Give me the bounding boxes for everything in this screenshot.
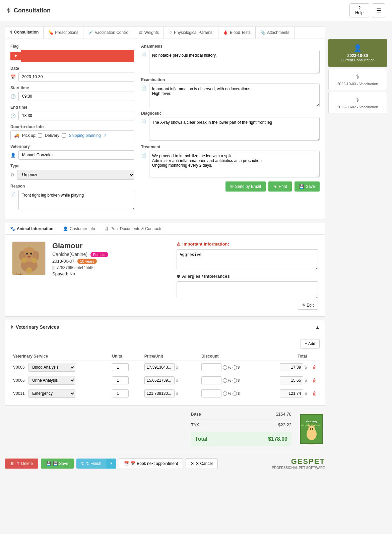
blood-tests-tab-icon: 🩸 — [223, 30, 228, 35]
finish-caret[interactable]: ▼ — [106, 459, 116, 469]
delivery-checkbox[interactable] — [62, 133, 66, 138]
menu-button[interactable]: ☰ — [372, 3, 385, 17]
end-time-field: End time 🕐 — [10, 105, 134, 120]
tab-customer-info[interactable]: 👤 Customer Info — [58, 223, 100, 234]
door-to-door-field: Door-to-door Info 🚚 Pick up: Delivery: — [10, 124, 134, 140]
delete-row-1[interactable]: 🗑 — [312, 365, 317, 370]
animal-spayed-row: Spayed: No — [52, 271, 170, 276]
units-input-2[interactable] — [112, 376, 129, 384]
service-select-1[interactable]: Blood Analysis Urine Analysis Emergency — [28, 363, 75, 372]
type-select[interactable]: Urgency Consultation Vaccination — [17, 170, 134, 180]
clock2-icon: 🕐 — [10, 113, 16, 118]
save-button[interactable]: 💾 💾 Save — [41, 459, 74, 469]
stethoscope-icon: ⚕ — [7, 6, 10, 14]
allergies-textarea[interactable] — [177, 281, 318, 298]
veterinary-input[interactable] — [18, 150, 134, 160]
diagnostic-textarea[interactable]: The X-ray shows a clear break in the low… — [149, 117, 320, 141]
examination-textarea[interactable]: Important inflammation is observed, with… — [149, 84, 320, 107]
col-service: Veterinary Service — [10, 352, 109, 361]
finish-button[interactable]: ↻ ↻ Finish — [76, 459, 106, 469]
animal-barcode: 77887666555445566 — [57, 265, 94, 270]
delete-button[interactable]: 🗑 🗑 Delete — [5, 459, 38, 469]
email-icon: ✉ — [230, 184, 234, 189]
edit-button[interactable]: ✎ Edit — [298, 301, 318, 310]
warning-icon: ⚠ — [177, 242, 181, 247]
tab-vaccination[interactable]: 💉 Vaccination Control — [83, 26, 134, 39]
tab-blood-tests[interactable]: 🩸 Blood Tests — [218, 26, 256, 39]
tab-animal-information[interactable]: 🐾 Animal Information — [5, 223, 58, 234]
anamnesis-textarea[interactable]: No notable previous medical history. — [149, 50, 320, 73]
services-header[interactable]: ⚕ Veterinary Services ▲ — [5, 320, 325, 334]
treatment-textarea[interactable]: We proceed to immobilize the leg with a … — [149, 151, 320, 177]
service-select-3[interactable]: Blood Analysis Urine Analysis Emergency — [28, 389, 75, 398]
treatment-field: Treatment 📄 We proceed to immobilize the… — [141, 145, 320, 177]
save-icon2: 💾 — [46, 461, 51, 466]
medical-action-buttons: ✉ Send by Email 🖨 Print 💾 Save — [141, 181, 320, 192]
important-info-textarea[interactable]: Aggresive — [177, 249, 318, 269]
tab-weights[interactable]: ⚖ Weights — [134, 26, 164, 39]
diagnostic-field: Diagnostic 📄 The X-ray shows a clear bre… — [141, 111, 320, 141]
tax-value: $23.22 — [278, 422, 291, 427]
add-service-button[interactable]: + Add — [301, 339, 320, 349]
external-link-icon: ↗ — [104, 133, 107, 138]
save-icon: 💾 — [299, 184, 304, 189]
type-label: Type — [10, 164, 134, 168]
sidebar-item-2[interactable]: ⚕ 2022-03-02 - Vaccination — [328, 92, 387, 113]
pickup-checkbox[interactable] — [38, 133, 42, 138]
price-input-1[interactable] — [144, 363, 175, 371]
units-input-3[interactable] — [112, 389, 129, 397]
delete-row-3[interactable]: 🗑 — [312, 391, 317, 396]
user-icon: 👤 — [10, 153, 16, 158]
anamnesis-icon: 📄 — [141, 50, 146, 73]
book-appointment-button[interactable]: 📅 📅 Book next appointment — [119, 458, 183, 469]
discount-dollar-radio-1[interactable] — [233, 365, 237, 370]
print-button[interactable]: 🖨 Print — [268, 181, 292, 192]
discount-dollar-radio-2[interactable] — [233, 378, 237, 383]
gespet-logo: GESPET PROFESSIONAL PET SOFTWARE — [272, 457, 325, 470]
total-currency-3: $ — [305, 391, 307, 396]
help-label: Help — [355, 10, 364, 15]
reason-textarea[interactable]: Front right leg broken while playing — [18, 190, 134, 210]
help-button[interactable]: ? Help — [349, 3, 369, 17]
service-select-2[interactable]: Blood Analysis Urine Analysis Emergency — [28, 376, 75, 385]
tab-consultation[interactable]: ⚕ Consultation — [5, 26, 44, 39]
discount-input-2[interactable] — [201, 376, 221, 384]
tab-prescriptions[interactable]: 💊 Prescriptions — [44, 26, 83, 39]
total-input-3 — [280, 389, 303, 397]
total-row: Total $178.00 — [191, 432, 291, 446]
examination-icon: 📄 — [141, 84, 146, 107]
app-title: Consultation — [14, 7, 51, 14]
cancel-button[interactable]: ✕ ✕ Cancel — [186, 458, 218, 469]
discount-pct-radio-2[interactable] — [223, 378, 227, 383]
veterinary-field: Veterinary 👤 — [10, 144, 134, 160]
delete-row-2[interactable]: 🗑 — [312, 378, 317, 383]
tab-print-documents[interactable]: 🖨 Print Documents & Contracts — [100, 223, 168, 234]
tab-physiological[interactable]: ♡ Physiological Params. — [164, 26, 218, 39]
total-currency-1: $ — [305, 365, 307, 370]
discount-dollar-radio-3[interactable] — [233, 391, 237, 396]
units-input-1[interactable] — [112, 363, 129, 371]
shipping-planning-link[interactable]: Shipping planning — [69, 133, 101, 138]
date-input[interactable] — [18, 72, 134, 82]
price-input-2[interactable] — [144, 376, 175, 384]
discount-input-3[interactable] — [201, 389, 221, 397]
send-email-button[interactable]: ✉ Send by Email — [225, 181, 266, 192]
start-time-input[interactable] — [18, 92, 134, 101]
treatment-icon: 📄 — [141, 151, 146, 177]
bottom-actions: 🗑 🗑 Delete 💾 💾 Save ↻ ↻ Finish ▼ 📅 — [5, 452, 325, 475]
discount-pct-radio-1[interactable] — [223, 365, 227, 370]
price-input-3[interactable] — [144, 389, 175, 397]
tab-attachments[interactable]: 📎 Attachments — [256, 26, 295, 39]
sidebar-current[interactable]: 👤 2023-10-30 Current Consultation — [328, 39, 387, 67]
services-table: Veterinary Service Units Price/Unit Disc… — [10, 352, 320, 400]
finish-icon: ↻ — [81, 461, 84, 466]
discount-pct-radio-3[interactable] — [223, 391, 227, 396]
animal-details: Glamour Caniche(Canine) Female 2013-06-0… — [52, 242, 170, 310]
flag-dropdown-button[interactable]: ▼ — [10, 52, 21, 60]
total-input-1 — [280, 363, 303, 371]
sidebar-item-1[interactable]: ⚕ 2022-10-03 - Vaccination — [328, 69, 387, 90]
attachments-tab-icon: 📎 — [260, 30, 265, 35]
discount-input-1[interactable] — [201, 363, 221, 371]
save-medical-button[interactable]: 💾 Save — [295, 181, 320, 192]
end-time-input[interactable] — [18, 111, 134, 120]
